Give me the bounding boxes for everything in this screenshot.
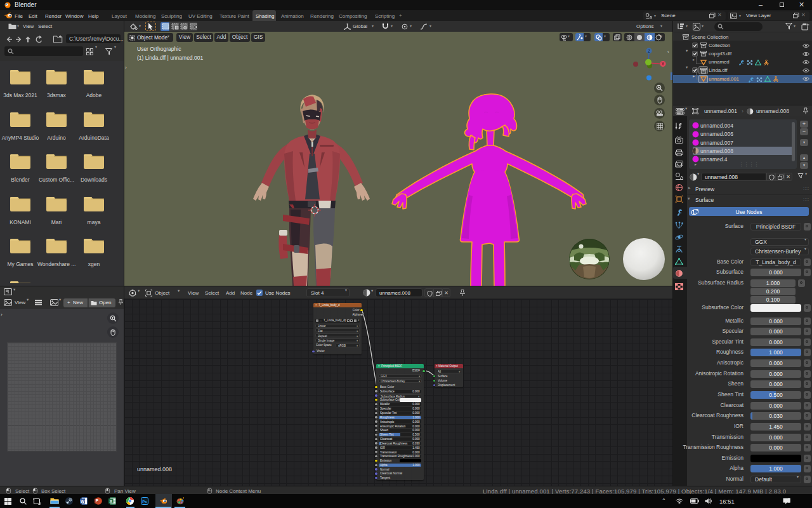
svg-text:Ps: Ps bbox=[142, 500, 147, 504]
svg-text:W: W bbox=[81, 499, 85, 504]
svg-text:Z: Z bbox=[648, 49, 650, 53]
svg-text:P: P bbox=[96, 498, 99, 503]
svg-text:X: X bbox=[662, 62, 665, 66]
svg-text:X: X bbox=[110, 499, 113, 504]
